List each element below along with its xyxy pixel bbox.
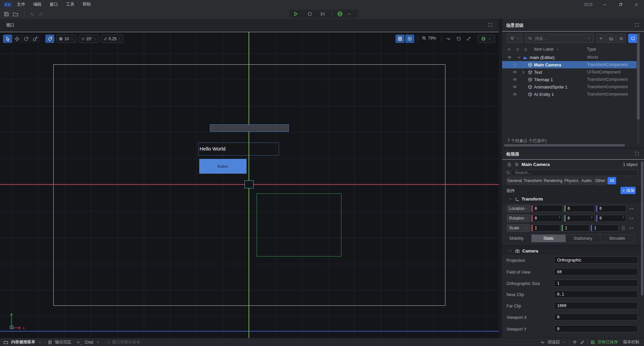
hierarchy-expand-button[interactable] [635, 22, 639, 27]
tab-audio[interactable]: Audio [580, 177, 593, 184]
world-select-dropdown[interactable] [347, 12, 352, 16]
hierarchy-row-tilemap[interactable]: Tilemap 1 TransformComponent [502, 76, 637, 83]
location-z-field[interactable]: 0 [596, 205, 626, 212]
stop-button[interactable] [307, 11, 313, 17]
hierarchy-row-animatedsprite[interactable]: AnimatedSprite 1 TransformComponent [502, 83, 637, 91]
button-element[interactable]: Button [199, 159, 247, 174]
gear-icon[interactable] [514, 162, 519, 167]
location-y-field[interactable]: 0 [564, 205, 595, 212]
mobility-static[interactable]: Static [532, 235, 566, 242]
viewport-sync-button[interactable] [628, 34, 637, 43]
tab-physics[interactable]: Physics [564, 177, 579, 184]
viewport-expand-button[interactable] [488, 22, 493, 27]
chevron-down-icon[interactable] [96, 340, 100, 344]
hierarchy-row-main-camera[interactable]: Main Camera TransformComponent [502, 61, 637, 68]
chevron-down-icon[interactable] [562, 340, 567, 344]
viewport-world-dropdown[interactable] [478, 35, 495, 43]
grid-snap-dropdown[interactable]: 10 [56, 35, 76, 43]
rotation-z-field[interactable]: 0° [596, 215, 626, 222]
hierarchy-row-text[interactable]: Text UITextComponent [502, 68, 637, 76]
hierarchy-filter-button[interactable] [507, 34, 522, 43]
undo-button[interactable] [29, 11, 35, 17]
scale-z-field[interactable]: 1 [591, 225, 619, 231]
uniform-link-icon[interactable] [629, 226, 634, 231]
fullscreen-view-button[interactable] [464, 35, 473, 43]
fov-field[interactable]: 60 [554, 268, 638, 275]
chevron-up-icon[interactable] [38, 340, 42, 344]
hierarchy-vertical-scrollbar[interactable] [637, 34, 640, 119]
rotation-y-field[interactable]: 0° [564, 215, 595, 222]
trace-button[interactable]: 回追踪 [548, 339, 560, 345]
tab-rendering[interactable]: Rendering [543, 177, 563, 184]
eye-icon[interactable] [507, 55, 512, 60]
tab-all[interactable]: All [607, 177, 616, 184]
transform-section-header[interactable]: Transform [502, 195, 644, 203]
column-item-label[interactable]: Item Label [534, 47, 553, 52]
slider-element-selected[interactable] [210, 124, 289, 132]
hierarchy-search-box[interactable] [525, 34, 594, 43]
location-x-field[interactable]: 0 [531, 205, 562, 212]
maximize-button[interactable] [615, 0, 626, 9]
viewport-x-field[interactable]: 0 [554, 313, 638, 321]
redo-button[interactable] [38, 11, 44, 17]
add-entity-button[interactable] [596, 34, 605, 43]
minimize-button[interactable] [599, 0, 610, 9]
open-button[interactable] [12, 11, 18, 17]
mobility-stationary[interactable]: Stationary [566, 235, 600, 242]
lock-open-icon[interactable] [507, 162, 512, 167]
inspector-search-box[interactable] [512, 169, 638, 176]
mobility-movable[interactable]: Movable [600, 235, 634, 242]
near-clip-field[interactable]: 0.1 [554, 291, 638, 298]
play-button[interactable] [292, 11, 299, 17]
chevron-down-icon[interactable] [517, 55, 522, 60]
eye-icon[interactable] [513, 70, 517, 74]
zoom-indicator[interactable]: 79% [422, 36, 436, 41]
visibility-column-icon[interactable] [507, 47, 511, 52]
menu-edit[interactable]: 编辑 [29, 0, 46, 9]
chevron-right-icon[interactable] [521, 70, 526, 75]
viewport-canvas[interactable]: Hello World Button x 10 [0, 32, 499, 338]
hierarchy-search-input[interactable] [534, 36, 585, 41]
tab-other[interactable]: Other [594, 177, 606, 184]
uniform-link-icon[interactable] [629, 216, 634, 221]
console-command-input[interactable]: 输入控制台命令 [112, 339, 141, 345]
origin-selection-box[interactable] [245, 180, 254, 188]
step-button[interactable] [319, 11, 326, 17]
scale-tool-button[interactable] [31, 35, 40, 43]
column-type[interactable]: Type [587, 47, 596, 52]
cmd-selector[interactable]: Cmd [85, 340, 93, 345]
hierarchy-horizontal-scrollbar[interactable] [504, 144, 625, 147]
snap-toggle-button[interactable] [45, 35, 54, 43]
network-wifi-icon[interactable] [572, 340, 577, 345]
content-drawer-button[interactable]: 内容侧滑菜单 [11, 339, 35, 345]
scale-snap-dropdown[interactable]: 0.25 [101, 35, 123, 43]
close-button[interactable] [631, 0, 642, 9]
location-selector[interactable]: Location [507, 205, 530, 212]
app-logo[interactable]: ES [3, 1, 13, 8]
hierarchy-settings-button[interactable] [616, 34, 626, 43]
text-element-box[interactable]: Hello World [198, 142, 279, 156]
favorite-column-icon[interactable] [516, 47, 520, 52]
uniform-link-icon[interactable] [629, 206, 634, 211]
save-button[interactable] [3, 11, 9, 17]
hierarchy-row-world[interactable]: main (Editor) World [502, 54, 637, 61]
eye-icon[interactable] [513, 62, 517, 67]
menu-file[interactable]: 文件 [13, 0, 29, 9]
select-tool-button[interactable] [3, 35, 12, 43]
inspector-search-input[interactable] [514, 170, 635, 175]
eye-icon[interactable] [513, 84, 517, 89]
viewport-y-field[interactable]: 0 [554, 325, 638, 332]
world-select-button[interactable] [337, 11, 343, 17]
scale-lock-icon[interactable] [621, 225, 626, 230]
new-folder-button[interactable] [606, 34, 615, 43]
rotate-snap-dropdown[interactable]: 15° [78, 35, 99, 43]
inspector-expand-button[interactable] [635, 151, 639, 156]
output-log-button[interactable]: 输出日志 [55, 339, 71, 345]
version-control-button[interactable]: 版本控制 [623, 339, 639, 345]
menu-window[interactable]: 窗口 [46, 0, 62, 9]
eye-icon[interactable] [513, 92, 517, 97]
show-grid-button[interactable] [395, 35, 405, 43]
inspector-vertical-scrollbar[interactable] [641, 161, 643, 295]
scale-selector[interactable]: Scale [507, 224, 530, 232]
menu-tools[interactable]: 工具 [62, 0, 78, 9]
